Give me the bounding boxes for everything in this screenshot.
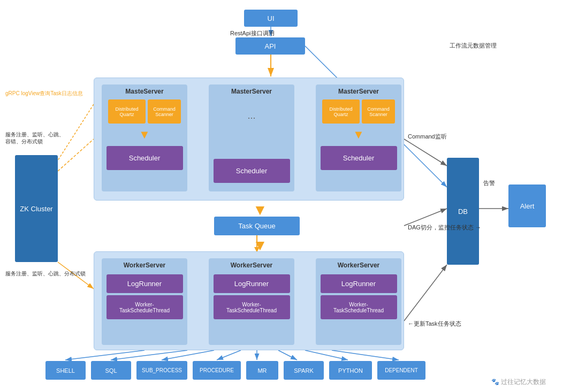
api-label: API: [265, 42, 276, 50]
service-reg1-label: 服务注册、监听、心跳、: [5, 131, 67, 139]
svg-line-16: [278, 350, 297, 360]
worker1-title: WorkerServer: [124, 262, 166, 269]
wt1-box: Worker-TaskScheduleThread: [107, 295, 183, 319]
wt3-box: Worker-TaskScheduleThread: [321, 295, 397, 319]
procedure-box: PROCEDURE: [193, 361, 241, 380]
db-label: DB: [458, 207, 468, 216]
worker2-title: WorkerServer: [231, 262, 273, 269]
service-reg3-label: 服务注册、监听、心跳、分布式锁: [5, 270, 91, 278]
logrunner2-box: LogRunner: [214, 274, 290, 293]
logrunner3-box: LogRunner: [321, 274, 397, 293]
tell-label: 告警: [483, 179, 495, 187]
master3-box: MasterServer DistributedQuartz CommandSc…: [316, 84, 401, 191]
dependent-box: DEPENDENT: [377, 361, 425, 380]
api-box: API: [235, 37, 305, 55]
shell-box: SHELL: [45, 361, 86, 380]
worker3-box: WorkerServer LogRunner Worker-TaskSchedu…: [316, 258, 401, 345]
diagram-container: UI RestApi接口调用 API 工作流元数据管理 MasteServer …: [0, 0, 578, 392]
workflow-label: 工作流元数据管理: [450, 42, 497, 50]
dots-label: ...: [247, 110, 255, 121]
master2-title: MasterServer: [231, 88, 272, 95]
alert-box: Alert: [508, 185, 546, 227]
grpc-label: gRPC logView查询Task日志信息: [5, 90, 91, 97]
worker1-box: WorkerServer LogRunner Worker-TaskSchedu…: [102, 258, 187, 345]
command-monitor-label: Command监听: [408, 133, 447, 141]
watermark: 🐾 过往记忆大数据: [491, 378, 546, 387]
svg-line-14: [217, 350, 241, 360]
master3-title: MasterServer: [338, 88, 379, 95]
master2-box: MasterServer ... Scheduler: [209, 84, 294, 191]
svg-line-17: [305, 350, 348, 360]
task-queue-box: Task Queue: [214, 217, 300, 235]
dq1-box: DistributedQuartz: [108, 99, 146, 124]
scheduler2-box: Scheduler: [214, 159, 290, 183]
dq3-box: DistributedQuartz: [322, 99, 360, 124]
svg-line-11: [65, 350, 144, 360]
rest-api-label: RestApi接口调用: [230, 29, 275, 37]
task-queue-label: Task Queue: [238, 222, 275, 230]
ui-label: UI: [268, 14, 275, 22]
master1-title: MasteServer: [125, 88, 163, 95]
master1-box: MasteServer DistributedQuartz CommandSca…: [102, 84, 187, 191]
db-box: DB: [447, 158, 479, 265]
update-task-label: ←更新Task任务状态: [408, 320, 461, 328]
worker2-box: WorkerServer LogRunner Worker-TaskSchedu…: [209, 258, 294, 345]
zk-cluster-box: ZK Cluster: [15, 155, 58, 262]
ui-box: UI: [244, 10, 298, 27]
svg-line-22: [404, 139, 447, 166]
sql-box: SQL: [91, 361, 131, 380]
wt2-box: Worker-TaskScheduleThread: [214, 295, 290, 319]
logrunner1-box: LogRunner: [107, 274, 183, 293]
scheduler1-box: Scheduler: [107, 146, 183, 170]
dag-monitor-label: DAG切分，监控任务状态 →: [408, 224, 481, 232]
service-reg2-label: 容错、分布式锁: [5, 138, 67, 145]
spark-box: SPARK: [284, 361, 324, 380]
svg-line-18: [332, 350, 399, 360]
zk-label: ZK Cluster: [20, 205, 52, 213]
svg-line-12: [111, 350, 187, 360]
cs1-box: CommandScanner: [148, 99, 181, 124]
svg-line-24: [404, 265, 447, 321]
worker3-title: WorkerServer: [338, 262, 380, 269]
alert-label: Alert: [520, 202, 535, 210]
svg-line-13: [162, 350, 214, 360]
mr-box: MR: [246, 361, 278, 380]
scheduler3-box: Scheduler: [321, 146, 397, 170]
python-box: PYTHON: [329, 361, 372, 380]
sub-process-box: SUB_PROCESS: [136, 361, 187, 380]
cs3-box: CommandScanner: [362, 99, 395, 124]
